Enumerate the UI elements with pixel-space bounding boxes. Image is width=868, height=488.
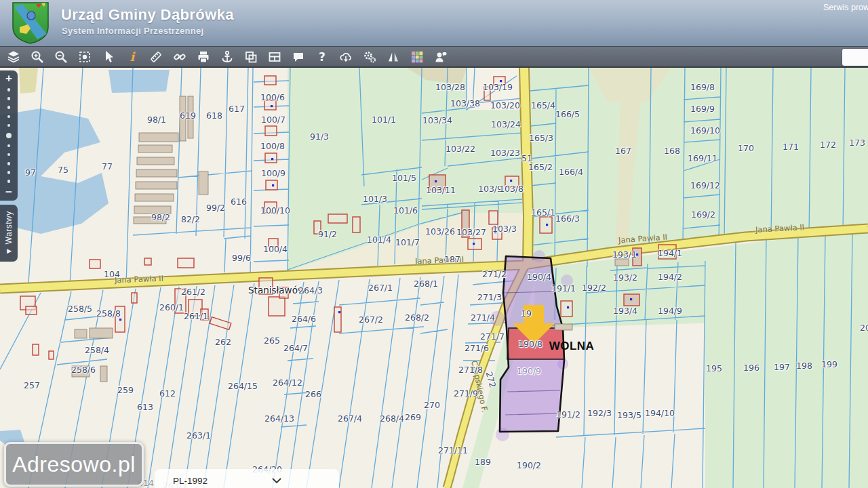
zoom-level-dot[interactable] xyxy=(6,133,12,138)
zoom-level-dot[interactable] xyxy=(7,171,11,174)
zoom-level-dot[interactable] xyxy=(7,153,11,157)
municipality-coat-of-arms xyxy=(9,1,52,45)
header-bar: Urząd Gminy Dąbrówka System Informacji P… xyxy=(0,0,868,46)
zoom-level-dot[interactable] xyxy=(7,144,11,148)
cloud-download-button[interactable] xyxy=(338,49,353,64)
zoom-level-dot[interactable] xyxy=(7,180,11,183)
map-graphics xyxy=(0,68,868,488)
cloud-download-icon xyxy=(339,50,353,64)
zoom-in-icon xyxy=(31,50,44,64)
layout-button[interactable] xyxy=(267,49,282,64)
gis-application-window: Jana Pawła IIJana Pawła IIJana Pawła IIJ… xyxy=(0,0,868,488)
zoom-level-dot[interactable] xyxy=(7,162,11,165)
parcel-status-label: WOLNA xyxy=(549,340,595,353)
zoom-level-dot[interactable] xyxy=(7,88,11,92)
zoom-level-dot[interactable] xyxy=(7,97,11,100)
app-title: Urząd Gminy Dąbrówka xyxy=(61,6,234,24)
layers-button[interactable] xyxy=(6,49,21,64)
chevron-down-icon xyxy=(272,478,281,484)
duplicate-view-button[interactable] xyxy=(243,49,258,64)
zoom-in-control[interactable]: + xyxy=(5,73,12,85)
pointer-button[interactable] xyxy=(101,49,116,64)
comment-button[interactable] xyxy=(291,49,306,64)
settings-icon xyxy=(363,50,376,64)
zoom-slider-dots xyxy=(6,85,12,186)
help-icon: ? xyxy=(315,50,329,64)
zoom-out-control[interactable]: − xyxy=(5,186,12,199)
legend-icon xyxy=(410,50,424,64)
info-button[interactable]: i xyxy=(125,49,140,64)
anchor-icon xyxy=(220,50,234,64)
map-toolbar: i ? xyxy=(0,46,868,68)
header-right-text: Serwis prow xyxy=(823,3,868,15)
zoom-level-dot[interactable] xyxy=(7,124,11,127)
chevron-down-icon: ▼ xyxy=(4,247,14,255)
link-icon xyxy=(173,50,186,64)
select-area-icon xyxy=(78,50,92,64)
crs-selector[interactable]: PL-1992 xyxy=(155,469,339,488)
help-button[interactable]: ? xyxy=(315,49,330,64)
crs-value: PL-1992 xyxy=(173,476,208,486)
zoom-out-icon xyxy=(54,50,68,64)
measure-icon xyxy=(149,50,163,64)
layers-panel-tab[interactable]: ▼ Warstwy xyxy=(0,205,18,262)
measure-button[interactable] xyxy=(149,49,163,64)
settings-button[interactable] xyxy=(362,49,377,64)
print-button[interactable] xyxy=(196,49,211,64)
svg-text:?: ? xyxy=(319,50,326,64)
info-icon: i xyxy=(125,50,139,64)
zoom-out-button[interactable] xyxy=(54,49,68,64)
svg-text:i: i xyxy=(130,50,136,64)
pointer-icon xyxy=(102,50,115,64)
share-button[interactable] xyxy=(433,49,448,64)
mirror-icon xyxy=(387,50,400,64)
layers-tab-label: ▼ Warstwy xyxy=(4,211,14,255)
zoom-level-dot[interactable] xyxy=(7,106,11,109)
comment-icon xyxy=(292,50,305,64)
duplicate-view-icon xyxy=(244,50,258,64)
link-button[interactable] xyxy=(172,49,187,64)
app-subtitle: System Informacji Przestrzennej xyxy=(62,26,203,36)
zoom-level-dot[interactable] xyxy=(7,115,11,119)
share-user-icon xyxy=(434,50,448,64)
zoom-in-button[interactable] xyxy=(30,49,45,64)
anchor-button[interactable] xyxy=(220,49,235,64)
layers-icon xyxy=(7,50,20,64)
map-canvas[interactable] xyxy=(0,68,868,488)
layout-icon xyxy=(268,50,281,64)
print-icon xyxy=(197,50,210,64)
zoom-control: + − xyxy=(0,70,18,201)
search-box[interactable] xyxy=(842,49,868,66)
mirror-button[interactable] xyxy=(386,49,401,64)
select-area-button[interactable] xyxy=(77,49,92,64)
watermark-badge: Adresowo.pl xyxy=(4,442,144,487)
legend-button[interactable] xyxy=(410,49,425,64)
